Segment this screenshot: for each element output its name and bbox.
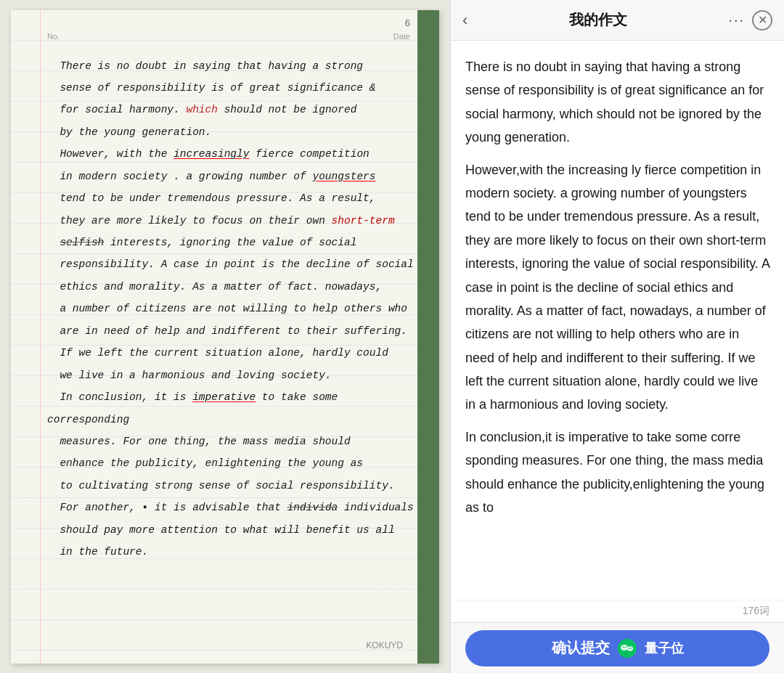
word-count: 176词: [743, 605, 769, 616]
wechat-icon: [617, 638, 637, 658]
line-7: tend to be under tremendous pressure. As…: [47, 187, 417, 209]
right-panel: ‹ 我的作文 ··· ✕ There is no doubt in saying…: [450, 0, 784, 673]
close-button[interactable]: ✕: [752, 10, 772, 30]
line-4: by the young generation.: [47, 121, 417, 143]
line-12: a number of citizens are not willing to …: [47, 298, 417, 319]
line-3: for social harmony. which should not be …: [47, 99, 417, 121]
notebook-header: No.: [47, 32, 417, 41]
svg-point-5: [628, 648, 629, 649]
essay-text: There is no doubt in saying that having …: [465, 55, 769, 519]
submit-button[interactable]: 确认提交 量子位: [465, 630, 769, 666]
top-bar-left: ‹: [462, 11, 467, 30]
svg-point-4: [624, 646, 626, 648]
line-18: enhance the publicity, enlightening the …: [47, 452, 417, 474]
svg-point-2: [627, 646, 633, 650]
essay-content-area: There is no doubt in saying that having …: [451, 41, 784, 600]
page-number: 6: [405, 17, 410, 28]
line-22: in the future.: [47, 541, 417, 563]
notebook-page: No. 6 Date There is no doubt in saying t…: [11, 10, 439, 664]
back-button[interactable]: ‹: [462, 11, 467, 30]
line-8: they are more likely to focus on their o…: [47, 210, 417, 232]
no-label: No.: [47, 32, 60, 41]
date-line: Date: [393, 32, 410, 41]
left-panel: No. 6 Date There is no doubt in saying t…: [0, 0, 450, 673]
top-bar-right: ··· ✕: [728, 10, 772, 30]
line-2: sense of responsibility is of great sign…: [47, 77, 417, 99]
line-16: In conclusion, it is imperative to take …: [47, 386, 417, 431]
essay-paragraph-3: In conclusion,it is imperative to take s…: [465, 425, 769, 520]
line-13: are in need of help and indifferent to t…: [47, 320, 417, 342]
grid-edge: [417, 10, 439, 664]
line-6: in modern society . a growing number of …: [47, 166, 417, 187]
line-19: to cultivating strong sense of social re…: [47, 475, 417, 497]
line-17: measures. For one thing, the mass media …: [47, 431, 417, 452]
page-title: 我的作文: [467, 10, 728, 30]
svg-point-1: [621, 645, 628, 650]
more-options-button[interactable]: ···: [728, 12, 745, 28]
submit-label: 确认提交: [552, 638, 610, 658]
line-14: If we left the current situation alone, …: [47, 342, 417, 364]
line-9: selfish interests, ignoring the value of…: [47, 232, 417, 253]
line-10: responsibility. A case in point is the d…: [47, 253, 417, 275]
essay-paragraph-1: There is no doubt in saying that having …: [465, 55, 769, 150]
word-count-bar: 176词: [451, 600, 784, 622]
essay-paragraph-2: However,with the increasing ly fierce co…: [465, 158, 769, 417]
line-5: However, with the increasingly fierce co…: [47, 143, 417, 165]
line-11: ethics and morality. As a matter of fact…: [47, 276, 417, 298]
bottom-bar: 确认提交 量子位: [451, 622, 784, 673]
line-20: For another, ▪ it is advisable that indi…: [47, 497, 417, 518]
brand-name: 量子位: [645, 640, 684, 657]
line-1: There is no doubt in saying that having …: [47, 55, 417, 77]
svg-point-3: [622, 646, 624, 648]
line-21: should pay more attention to what will b…: [47, 519, 417, 541]
line-15: we live in a harmonious and loving socie…: [47, 364, 417, 386]
svg-point-6: [630, 648, 632, 649]
handwritten-content: There is no doubt in saying that having …: [47, 55, 417, 563]
top-bar: ‹ 我的作文 ··· ✕: [451, 0, 784, 41]
